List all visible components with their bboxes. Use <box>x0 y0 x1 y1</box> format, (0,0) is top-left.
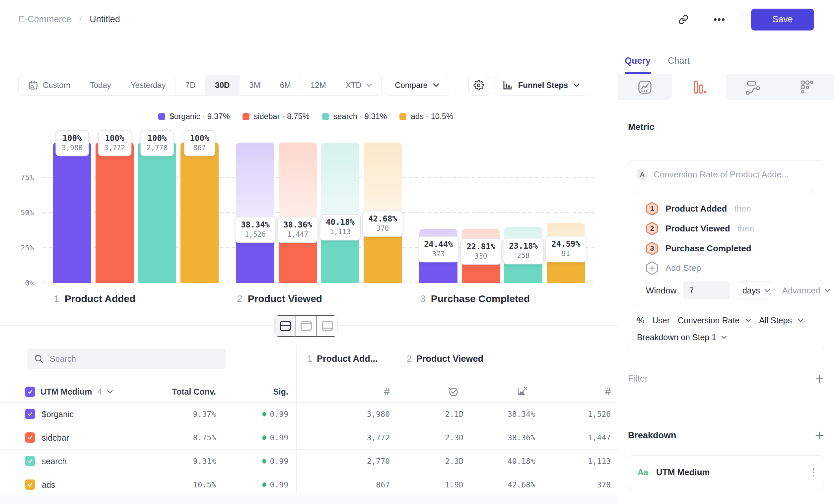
measure-scope-select[interactable]: All Steps <box>759 316 792 325</box>
add-breakdown-button[interactable] <box>815 431 824 440</box>
avg-time-column-icon[interactable] <box>448 385 459 398</box>
bar-organic-step1[interactable]: 100%3,980 <box>53 143 91 283</box>
bar-fill <box>53 143 91 283</box>
share-link-button[interactable] <box>674 10 693 29</box>
tab-insights[interactable] <box>618 74 672 100</box>
breadcrumb-workspace[interactable]: E-Commerce <box>19 14 71 25</box>
step1-number: 1 <box>307 354 312 364</box>
view-table-only-button[interactable] <box>316 315 337 337</box>
total-conv-column-header[interactable]: Total Conv. <box>172 385 216 398</box>
add-step-button[interactable]: Add Step <box>646 258 806 277</box>
measure-entity[interactable]: User <box>652 316 670 325</box>
range-yesterday[interactable]: Yesterday <box>121 75 176 95</box>
tab-funnels[interactable] <box>672 74 726 100</box>
range-custom[interactable]: Custom <box>19 75 80 95</box>
link-icon <box>678 15 688 25</box>
kebab-menu-icon[interactable] <box>813 468 814 477</box>
total-conv-value: 9.31% <box>193 450 216 473</box>
sig-dot <box>262 435 266 440</box>
bar-ads-step2[interactable]: 42.68%370 <box>364 143 402 283</box>
legend-label: sidebar · 8.75% <box>254 112 309 121</box>
bar-count-value: 1,447 <box>283 230 312 239</box>
avg-time-value: 2.1D <box>445 403 463 426</box>
bar-pct-value: 100% <box>147 133 168 143</box>
table-row-search: search0.999.31%2,7702.3D40.18%1,113 <box>0 450 618 473</box>
conv-rate-column-icon[interactable] <box>516 385 527 398</box>
legend-item-ads[interactable]: ads · 10.5% <box>399 112 453 121</box>
range-xtd[interactable]: XTD <box>336 75 381 95</box>
legend-item-sidebar[interactable]: sidebar · 8.75% <box>242 112 309 121</box>
step-event-name: Purchase Completed <box>665 244 751 254</box>
bar-sidebar-step2[interactable]: 38.36%1,447 <box>279 143 317 283</box>
table-step1-header[interactable]: 1Product Add... <box>307 354 378 364</box>
bar-search-step3[interactable]: 23.18%258 <box>504 143 542 283</box>
range-3m[interactable]: 3M <box>240 75 270 95</box>
more-options-button[interactable] <box>709 10 729 29</box>
add-filter-button[interactable] <box>815 374 824 383</box>
bar-count-value: 258 <box>509 252 538 260</box>
bar-ads-step3[interactable]: 24.59%91 <box>547 143 585 283</box>
count-column-icon[interactable]: # <box>384 385 390 398</box>
window-value-input[interactable] <box>683 281 730 299</box>
measure-metric-select[interactable]: Conversion Rate <box>678 316 740 325</box>
bar-search-step1[interactable]: 100%2,770 <box>138 143 176 283</box>
legend-item-organic[interactable]: $organic · 9.37% <box>158 112 229 121</box>
bar-sidebar-step1[interactable]: 100%3,772 <box>95 143 134 283</box>
group-by-header[interactable]: UTM Medium 4 <box>25 385 113 398</box>
tab-chart[interactable]: Chart <box>668 56 690 74</box>
chevron-down-icon <box>745 319 751 322</box>
y-tick-25: 25% <box>6 244 34 252</box>
query-step-1[interactable]: 1Product Addedthen <box>646 199 806 219</box>
search-icon <box>34 354 43 363</box>
view-chart-only-button[interactable] <box>295 315 316 337</box>
range-30d[interactable]: 30D <box>205 75 240 95</box>
advanced-toggle[interactable]: Advanced <box>782 285 830 296</box>
chart-type-selector[interactable]: Funnel Steps <box>495 75 587 95</box>
table-search <box>27 348 226 369</box>
row-checkbox[interactable] <box>25 432 35 443</box>
tab-flows[interactable] <box>726 74 780 100</box>
bar-ads-step1[interactable]: 100%867 <box>180 143 219 283</box>
search-input[interactable] <box>49 354 219 364</box>
count-column-icon[interactable]: # <box>605 385 611 398</box>
conversion-window-row: Window days Advanced <box>646 281 806 299</box>
chart-settings-button[interactable] <box>468 75 489 95</box>
tab-retention[interactable] <box>780 74 834 100</box>
bar-sidebar-step3[interactable]: 22.81%330 <box>462 143 500 283</box>
row-checkbox[interactable] <box>25 479 35 490</box>
view-split-view-button[interactable] <box>275 315 295 337</box>
breakdown-on-select[interactable]: Breakdown on Step 1 <box>637 333 815 342</box>
breadcrumb: E-Commerce / Untitled <box>19 14 120 25</box>
table-body: $organic0.999.37%3,9802.1D38.34%1,526sid… <box>0 402 618 497</box>
query-step-3[interactable]: 3Purchase Completed <box>646 238 806 258</box>
compare-button[interactable]: Compare <box>385 75 449 95</box>
breakdown-section-header: Breakdown <box>628 430 824 441</box>
range-6m[interactable]: 6M <box>270 75 301 95</box>
save-button[interactable]: Save <box>751 8 814 30</box>
range-label: XTD <box>346 81 361 90</box>
window-unit-label: days <box>742 286 760 295</box>
tab-query[interactable]: Query <box>625 56 651 74</box>
bar-search-step2[interactable]: 40.18%1,113 <box>321 143 359 283</box>
report-title[interactable]: Untitled <box>90 14 120 25</box>
step-name: Product Added <box>65 293 136 304</box>
range-12m[interactable]: 12M <box>301 75 336 95</box>
query-sidebar: Query Chart <box>618 40 834 504</box>
legend-swatch <box>242 113 249 120</box>
legend-item-search[interactable]: search · 9.31% <box>322 112 387 121</box>
bar-organic-step2[interactable]: 38.34%1,526 <box>236 143 275 283</box>
range-7d[interactable]: 7D <box>176 75 206 95</box>
bar-organic-step3[interactable]: 24.44%373 <box>419 143 458 283</box>
bar-pct-value: 100% <box>190 133 209 143</box>
breakdown-item-utm-medium[interactable]: AaUTM Medium <box>628 455 824 489</box>
select-all-checkbox[interactable] <box>25 387 35 397</box>
metric-title-row[interactable]: A Conversion Rate of Product Adde... <box>637 169 815 180</box>
query-step-2[interactable]: 2Product Viewedthen <box>646 219 806 238</box>
row-checkbox[interactable] <box>25 456 35 466</box>
range-today[interactable]: Today <box>80 75 121 95</box>
funnel-report-app: E-Commerce / Untitled <box>0 0 834 504</box>
sig-column-header[interactable]: Sig. <box>273 385 288 398</box>
table-step2-header[interactable]: 2Product Viewed <box>407 354 483 364</box>
window-unit-select[interactable]: days <box>737 281 775 299</box>
row-checkbox[interactable] <box>25 409 35 419</box>
